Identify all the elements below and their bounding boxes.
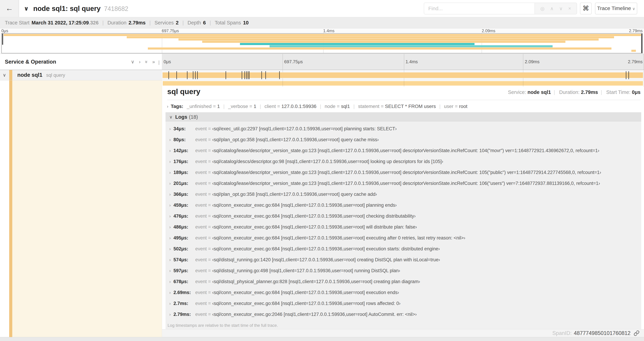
collapse-controls: ∨ › » » [131,54,155,70]
logs-collapse-chevron[interactable]: ∨ [169,115,172,120]
tag-value: 1 [254,104,256,109]
log-row[interactable]: ›678μs:event=‹sql/distsql_physical_plann… [166,276,641,287]
span-detail-title: sql query [167,87,200,96]
log-equals: = [208,126,211,132]
log-event-value: ‹sql/catalog/lease/descriptor_version_st… [212,148,599,153]
log-row[interactable]: ›80μs:event=‹sql/plan_opt.go:358 [nsql1,… [166,134,641,145]
log-expand-chevron[interactable]: › [169,214,171,219]
minimap-axis-label: 0μs [2,29,8,33]
log-row[interactable]: ›486μs:event=‹sql/conn_executor_exec.go:… [166,222,641,232]
log-expand-chevron[interactable]: › [169,247,171,251]
trace-view-select[interactable]: Trace Timeline∨ [595,3,637,14]
log-expand-chevron[interactable]: › [169,236,171,240]
locate-icon[interactable]: ◎ [540,6,544,12]
keyboard-shortcuts-button[interactable]: ⌘ [580,3,592,14]
log-markers [162,70,643,80]
log-row[interactable]: ›495μs:event=‹sql/conn_executor_exec.go:… [166,232,641,243]
tag-value: sql1 [341,104,350,109]
collapse-all-icon[interactable]: » [144,61,149,63]
find-input[interactable] [424,3,534,14]
log-expand-chevron[interactable]: › [169,181,171,186]
tag-item[interactable]: user=root [444,104,468,109]
log-row[interactable]: ›34μs:event=‹sql/exec_util.go:2297 [nsql… [166,123,641,134]
column-resizer[interactable]: ∥ [158,60,160,65]
tag-key: _verbose [228,104,248,109]
log-expand-chevron[interactable]: › [169,290,171,295]
clear-search-icon[interactable]: × [568,6,571,11]
log-expand-chevron[interactable]: › [169,279,171,284]
log-marker [187,71,188,79]
page-title: node sql1: sql query7418682 [33,0,128,17]
span-row-timeline[interactable] [162,70,644,80]
log-row[interactable]: ›459μs:event=‹sql/conn_executor_exec.go:… [166,200,641,211]
log-event-value: ‹sql/conn_executor_exec.go:2046 [nsql1,c… [212,312,417,317]
tag-separator: | [439,104,440,109]
log-expand-chevron[interactable]: › [169,312,171,317]
expand-all-icon[interactable]: » [152,59,155,65]
back-button[interactable]: ← [0,0,19,17]
log-marker [249,71,250,79]
log-expand-chevron[interactable]: › [169,257,171,262]
tag-item[interactable]: _unfinished=1 [187,104,220,109]
tags-expand-chevron[interactable]: › [167,104,168,109]
range-handle-right[interactable] [641,34,642,53]
log-expand-chevron[interactable]: › [169,148,171,153]
column-header: Service & Operation ∨ › » » ∥ 0μs697.75μ… [0,54,644,70]
detail-bar-gridlines [162,80,644,87]
log-timestamp: 80μs: [174,137,193,142]
minimap-span-bar [127,36,614,38]
tag-item[interactable]: statement=SELECT * FROM users [358,104,436,109]
log-equals: = [208,181,211,186]
next-result-icon[interactable]: ∨ [559,6,563,12]
minimap-canvas[interactable] [2,33,642,53]
log-row[interactable]: ›201μs:event=‹sql/catalog/lease/descript… [166,178,641,189]
tag-item[interactable]: _verbose=1 [228,104,256,109]
log-event-value: ‹sql/conn_executor_exec.go:684 [nsql1,cl… [212,224,417,230]
log-expand-chevron[interactable]: › [169,268,171,273]
log-timestamp: 502μs: [174,246,193,252]
collapse-one-icon[interactable]: ∨ [131,59,134,65]
log-row[interactable]: ›142μs:event=‹sql/catalog/lease/descript… [166,145,641,156]
log-expand-chevron[interactable]: › [169,301,171,306]
tag-value: 1 [217,104,220,109]
spanid-label: SpanID: [552,330,572,336]
trace-collapse-icon[interactable]: ∨ [24,0,29,17]
span-row-name-column[interactable]: ∨ node sql1sql query [0,70,162,80]
expand-one-icon[interactable]: › [139,59,140,65]
minimap-bars [2,34,642,53]
prev-result-icon[interactable]: ∧ [550,6,554,12]
log-expand-chevron[interactable]: › [169,203,171,208]
span-row[interactable]: ∨ node sql1sql query [0,70,644,80]
link-icon[interactable] [634,330,640,336]
tags-row[interactable]: › Tags: _unfinished=1|_verbose=1|client=… [167,102,640,111]
tag-item[interactable]: node=sql1 [324,104,350,109]
tag-item[interactable]: client=127.0.0.1:59936 [264,104,316,109]
log-marker [168,71,169,79]
log-row[interactable]: ›176μs:event=‹sql/catalog/descs/descript… [166,156,641,167]
service-value: node sql1 [528,89,551,95]
log-event-value: ‹sql/plan_opt.go:358 [nsql1,client=127.0… [212,192,377,197]
logs-header[interactable]: ∨ Logs (18) [166,112,641,122]
log-row[interactable]: ›2.7ms:event=‹sql/conn_executor_exec.go:… [166,298,641,309]
log-expand-chevron[interactable]: › [169,127,171,131]
log-expand-chevron[interactable]: › [169,159,171,164]
log-row[interactable]: ›366μs:event=‹sql/plan_opt.go:358 [nsql1… [166,189,641,200]
detail-accent-strip [9,80,12,337]
log-row[interactable]: ›2.79ms:event=‹sql/conn_executor_exec.go… [166,309,641,320]
log-expand-chevron[interactable]: › [169,225,171,230]
log-timestamp: 574μs: [174,257,193,262]
log-row[interactable]: ›2.69ms:event=‹sql/conn_executor_exec.go… [166,287,641,298]
log-expand-chevron[interactable]: › [169,170,171,175]
log-row[interactable]: ›574μs:event=‹sql/distsql_running.go:142… [166,254,641,265]
log-row[interactable]: ›476μs:event=‹sql/conn_executor_exec.go:… [166,211,641,222]
log-row[interactable]: ›502μs:event=‹sql/conn_executor_exec.go:… [166,243,641,254]
log-expand-chevron[interactable]: › [169,137,171,142]
range-handle-left[interactable] [2,34,3,45]
logs-list: ›34μs:event=‹sql/exec_util.go:2297 [nsql… [166,122,641,329]
span-expand-chevron[interactable]: ∨ [3,70,6,80]
log-row[interactable]: ›597μs:event=‹sql/distsql_running.go:498… [166,265,641,276]
log-expand-chevron[interactable]: › [169,192,171,197]
log-row[interactable]: ›189μs:event=‹sql/catalog/lease/descript… [166,167,641,178]
service-name: node sql1sql query [17,70,65,80]
duration-label: Duration: [559,89,580,95]
